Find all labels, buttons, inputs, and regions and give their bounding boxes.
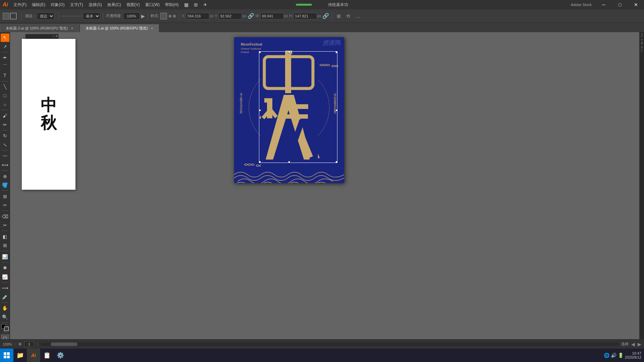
mesh-tool[interactable]: ⊞: [1, 241, 9, 250]
taskbar-settings[interactable]: ⚙️: [54, 349, 67, 362]
menu-edit[interactable]: 编辑(E): [29, 0, 48, 9]
curvature-tool[interactable]: ⌒: [1, 63, 9, 71]
blend-tool[interactable]: ⟿: [1, 284, 9, 292]
style-group: 样式: ⊕ ⊗: [151, 13, 176, 19]
pen-tool[interactable]: ✒: [1, 54, 9, 62]
tab-2-close[interactable]: ✕: [151, 26, 153, 30]
network-icon[interactable]: 🌐: [604, 353, 609, 358]
canvas-area[interactable]: ─ ✕ ✒ 🖌 ✏ ↗ 中秋: [10, 32, 639, 353]
align-icon[interactable]: ⊞: [335, 13, 343, 19]
artboard-tool[interactable]: ⊞: [1, 192, 9, 200]
pencil-tool[interactable]: ✏: [1, 121, 9, 129]
arrange-icons[interactable]: ▦: [181, 0, 191, 9]
live-paint[interactable]: 🪣: [1, 181, 9, 189]
h-scroll-thumb[interactable]: [51, 343, 77, 346]
eyedropper[interactable]: 💉: [1, 293, 9, 301]
battery-icon[interactable]: 🔋: [618, 353, 624, 358]
nav-prev[interactable]: ◀: [631, 342, 635, 347]
menu-object[interactable]: 对象(O): [48, 0, 67, 9]
constrain-icon[interactable]: 🔗: [322, 13, 329, 19]
opacity-arrow[interactable]: ▶: [141, 13, 145, 19]
fill-color[interactable]: [3, 13, 9, 19]
clock-date: 2020/9/12: [625, 355, 641, 359]
h-scrollbar[interactable]: [41, 343, 619, 346]
color-swatches[interactable]: [1, 324, 9, 331]
hand-tool[interactable]: ✋: [1, 304, 9, 312]
libraries-panel-btn[interactable]: Li: [640, 50, 643, 52]
more-icon[interactable]: …: [354, 13, 362, 19]
eraser-tool[interactable]: ⌫: [1, 212, 9, 221]
minimize-button[interactable]: ─: [597, 0, 610, 9]
line-tool[interactable]: ╲: [1, 83, 9, 91]
maximize-button[interactable]: □: [613, 0, 627, 9]
transform-icon[interactable]: ⟲: [344, 13, 352, 19]
artboard-input[interactable]: [24, 341, 34, 347]
style-options[interactable]: ⊕ ⊗: [168, 14, 176, 18]
svg-rect-18: [4, 352, 6, 355]
stroke-dropdown[interactable]: 描边: [37, 12, 54, 20]
status-bar: 100% | ⊞ | 选择 ◀ ▶: [0, 339, 644, 349]
rect-tool[interactable]: □: [1, 92, 9, 100]
brush-panel-btn[interactable]: Br: [640, 42, 643, 45]
taskbar-files[interactable]: 📁: [13, 349, 27, 362]
left-toolbar: ↖ ↗ ✒ ⌒ T ╲ □ ○ 🖌 ✏ ↻ ⤡ 〰 ⟺ ⊕ 🪣 ⊞ ✂ ⌫ ✂ …: [0, 32, 10, 353]
h-input[interactable]: [293, 13, 317, 19]
slice-tool[interactable]: ✂: [1, 201, 9, 209]
tab-2[interactable]: 未标题-1.ai @ 100% (RGB/GPU 预览) ✕: [80, 24, 159, 32]
rotate-tool[interactable]: ↻: [1, 132, 9, 140]
stroke-color[interactable]: [10, 13, 17, 19]
menu-select[interactable]: 选择(S): [86, 0, 105, 9]
menu-file[interactable]: 文件(F): [11, 0, 29, 9]
panel-pin[interactable]: ─: [53, 35, 55, 38]
assets-panel-btn[interactable]: A: [640, 39, 643, 41]
stock-panel-btn[interactable]: St: [640, 46, 643, 49]
paintbrush-tool[interactable]: 🖌: [1, 112, 9, 120]
warp-tool[interactable]: 〰: [1, 152, 9, 160]
panel-close[interactable]: ✕: [55, 35, 58, 38]
tab-1-close[interactable]: ✕: [71, 26, 73, 30]
y-input[interactable]: [218, 13, 242, 19]
shape-builder[interactable]: ⊕: [1, 172, 9, 180]
select-tool[interactable]: ↖: [1, 34, 9, 42]
menu-view[interactable]: 视图(V): [124, 0, 143, 9]
h-unit: px: [318, 14, 321, 18]
scissors-tool[interactable]: ✂: [1, 221, 9, 230]
menu-help[interactable]: 帮助(H): [162, 0, 181, 9]
symbol-spray[interactable]: ✱: [1, 264, 9, 272]
progress-bar: [296, 4, 323, 6]
x-input[interactable]: [186, 13, 209, 19]
sound-icon[interactable]: 🔊: [611, 353, 616, 358]
h-coord: H: px: [289, 13, 321, 19]
w-unit: px: [284, 14, 288, 18]
start-button[interactable]: [0, 349, 13, 362]
width-tool[interactable]: ⟺: [1, 161, 9, 169]
taskbar-illustrator[interactable]: Ai: [27, 349, 40, 362]
opacity-input[interactable]: [123, 12, 140, 20]
type-tool[interactable]: T: [1, 71, 9, 80]
link-icon[interactable]: 🔗: [248, 13, 254, 19]
direct-select-tool[interactable]: ↗: [1, 43, 9, 51]
close-button[interactable]: ✕: [629, 0, 643, 9]
nav-next[interactable]: ▶: [638, 342, 641, 347]
stroke-line-preview[interactable]: [61, 16, 82, 16]
document-2[interactable]: MoonFestival Chinese Traditional Festiva…: [234, 37, 344, 183]
scale-tool[interactable]: ⤡: [1, 141, 9, 149]
quick-send[interactable]: ✈: [201, 0, 210, 9]
layout-toggle[interactable]: ⊞: [191, 0, 201, 9]
gradient-tool[interactable]: ◧: [1, 232, 9, 241]
tab-1[interactable]: 未标题-2.ai @ 100% (RGB/GPU 预览) ✕: [0, 24, 79, 32]
column-graph[interactable]: 📈: [1, 273, 9, 281]
chart-tool[interactable]: 📊: [1, 252, 9, 261]
document-1[interactable]: 中秋: [22, 39, 75, 190]
menu-text[interactable]: 文字(T): [67, 0, 86, 9]
w-input[interactable]: [260, 13, 284, 19]
ellipse-tool[interactable]: ○: [1, 101, 9, 109]
stroke-style-dropdown[interactable]: 基本: [83, 12, 100, 20]
menu-effect[interactable]: 效果(C): [105, 0, 124, 9]
cc-panel-btn[interactable]: CC: [640, 34, 643, 38]
w-coord: W: px: [256, 13, 288, 19]
taskbar-app3[interactable]: 📋: [40, 349, 54, 362]
zoom-tool[interactable]: 🔍: [1, 313, 9, 321]
taskbar: 📁 Ai 📋 ⚙️ 🌐 🔊 🔋 10:47 2020/9/12: [0, 349, 644, 362]
menu-window[interactable]: 窗口(W): [143, 0, 162, 9]
